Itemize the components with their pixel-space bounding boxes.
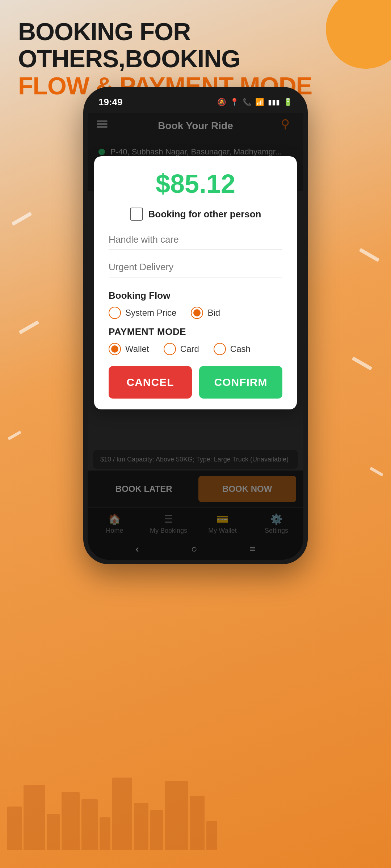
phone-screen: 19:49 🔕 📍 📞 📶 ▮▮▮ 🔋	[88, 91, 303, 560]
building	[7, 807, 22, 850]
camera-notch	[181, 97, 210, 107]
booking-other-label: Booking for other person	[148, 209, 261, 220]
confirm-button[interactable]: CONFIRM	[199, 366, 282, 399]
status-icons: 🔕 📍 📞 📶 ▮▮▮ 🔋	[217, 98, 293, 106]
building	[150, 810, 163, 850]
dash-decoration	[370, 467, 384, 477]
booking-other-checkbox[interactable]	[130, 208, 143, 221]
status-time: 19:49	[98, 97, 123, 108]
building	[112, 778, 132, 850]
call-icon: 📞	[243, 98, 252, 106]
dash-decoration	[12, 212, 32, 226]
booking-flow-label: Booking Flow	[109, 290, 282, 301]
wifi-icon: 📶	[255, 98, 264, 106]
header-line1: BOOKING FOR OTHERS,BOOKING	[18, 18, 391, 72]
modal-overlay: $85.12 Booking for other person Booking …	[88, 113, 303, 560]
system-price-label: System Price	[125, 308, 176, 318]
bid-option[interactable]: Bid	[191, 307, 220, 319]
payment-options: Wallet Card Cash	[109, 343, 282, 355]
system-price-radio[interactable]	[109, 307, 121, 319]
cancel-button[interactable]: CANCEL	[109, 366, 192, 399]
signal-icon: ▮▮▮	[268, 98, 280, 106]
wallet-option[interactable]: Wallet	[109, 343, 149, 355]
card-radio[interactable]	[164, 343, 176, 355]
dash-decoration	[8, 431, 22, 441]
building	[62, 792, 80, 850]
status-bar: 19:49 🔕 📍 📞 📶 ▮▮▮ 🔋	[88, 91, 303, 113]
building	[134, 803, 148, 850]
battery-icon: 🔋	[283, 98, 293, 106]
building	[206, 821, 217, 850]
phone-frame: 19:49 🔕 📍 📞 📶 ▮▮▮ 🔋	[83, 87, 308, 564]
modal-price: $85.12	[109, 169, 282, 199]
card-label: Card	[180, 344, 199, 354]
building	[165, 781, 188, 850]
wallet-radio-inner	[111, 345, 118, 353]
mute-icon: 🔕	[217, 98, 226, 106]
wallet-label: Wallet	[125, 344, 149, 354]
dash-decoration	[352, 357, 373, 371]
building	[190, 796, 205, 850]
building	[47, 814, 60, 850]
building	[24, 785, 45, 850]
dash-decoration	[359, 248, 380, 262]
dash-decoration	[19, 320, 39, 335]
app-background: Book Your Ride P-40, Subhash Nagar, Basu…	[88, 113, 303, 560]
booking-flow-options: System Price Bid	[109, 307, 282, 319]
card-option[interactable]: Card	[164, 343, 199, 355]
city-skyline	[0, 778, 391, 850]
booking-other-row[interactable]: Booking for other person	[109, 208, 282, 221]
handle-with-care-input[interactable]	[109, 230, 282, 250]
urgent-delivery-input[interactable]	[109, 257, 282, 277]
bid-radio-inner	[193, 309, 201, 316]
modal-dialog: $85.12 Booking for other person Booking …	[94, 156, 297, 409]
building	[81, 799, 98, 850]
cash-radio[interactable]	[214, 343, 226, 355]
bid-radio[interactable]	[191, 307, 203, 319]
bid-label: Bid	[207, 308, 220, 318]
cash-option[interactable]: Cash	[214, 343, 251, 355]
modal-buttons: CANCEL CONFIRM	[109, 366, 282, 399]
wallet-radio[interactable]	[109, 343, 121, 355]
payment-mode-label: PAYMENT MODE	[109, 326, 282, 337]
cash-label: Cash	[230, 344, 251, 354]
building	[100, 817, 110, 850]
location-icon: 📍	[230, 98, 239, 106]
system-price-option[interactable]: System Price	[109, 307, 176, 319]
